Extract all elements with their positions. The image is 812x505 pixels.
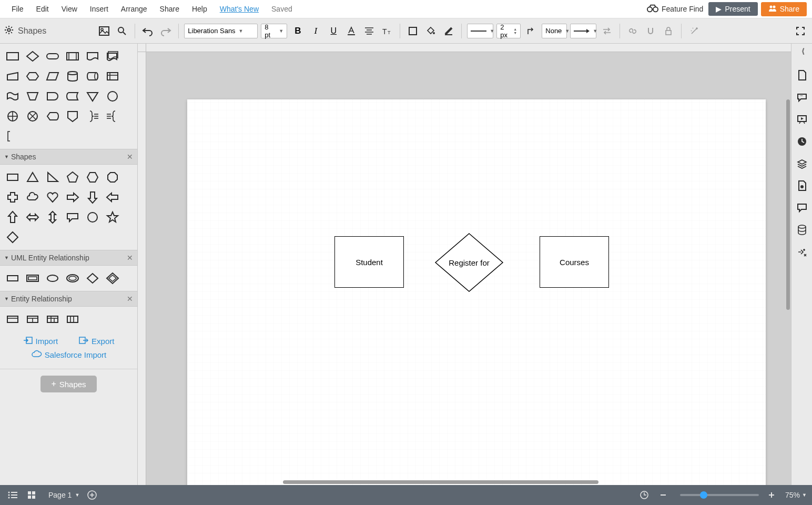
shapes-panel-toggle[interactable]: Shapes [4,25,46,37]
history-icon[interactable] [796,135,808,148]
shape-cloud[interactable] [25,190,40,205]
page-paper[interactable]: Student Register for Courses [187,99,766,485]
more-shapes-button[interactable]: + Shapes [40,376,96,392]
line-color-button[interactable] [441,24,456,38]
shape-er-relationship[interactable] [85,271,100,286]
presentation-icon[interactable] [796,113,808,126]
shape-er-entity[interactable] [5,271,20,286]
layers-icon[interactable] [796,157,808,170]
fullscreen-button[interactable] [793,24,808,38]
actions-icon[interactable] [796,246,808,258]
fill-color-button[interactable] [423,24,438,38]
close-icon[interactable]: ✕ [127,295,133,303]
close-icon[interactable]: ✕ [127,254,133,262]
menu-whats-new[interactable]: What's New [214,2,265,16]
shape-arrow-left[interactable] [105,190,120,205]
chat-icon[interactable] [796,201,808,214]
shape-er-multi-attribute[interactable] [65,271,80,286]
menu-insert[interactable]: Insert [84,2,115,16]
line-style-select[interactable]: ▼ [467,24,493,38]
shape-decision[interactable] [25,49,40,64]
shape-er-weak-relationship[interactable] [105,271,120,286]
shape-circle[interactable] [85,210,100,225]
shape-arrow-up[interactable] [5,210,20,225]
add-page-button[interactable] [85,488,99,502]
lock-button[interactable] [661,24,676,38]
export-link[interactable]: Export [79,336,114,346]
shape-cross[interactable] [5,190,20,205]
shape-er-table-2[interactable] [25,312,40,327]
shape-er-table-1[interactable] [5,312,20,327]
page-settings-icon[interactable] [796,69,808,82]
shape-multidoc[interactable] [105,49,120,64]
link-button[interactable] [625,24,640,38]
shape-sum[interactable] [25,109,40,124]
shape-er-attribute[interactable] [45,271,60,286]
shape-offpage[interactable] [65,109,80,124]
shape-er-table-3[interactable] [45,312,60,327]
list-view-icon[interactable] [5,488,20,502]
sync-status-icon[interactable] [637,488,652,502]
shape-diamond-basic[interactable] [5,230,20,245]
shape-note[interactable] [5,129,20,144]
line-width-select[interactable]: 2 px ▲▼ [496,24,521,38]
caret-down-icon[interactable]: ▼ [802,492,807,498]
zoom-out-button[interactable] [656,488,671,502]
zoom-value[interactable]: 75% [785,491,800,499]
shape-callout[interactable] [65,210,80,225]
grid-view-icon[interactable] [24,488,39,502]
menu-help[interactable]: Help [186,2,214,16]
shape-delay[interactable] [45,89,60,104]
underline-button[interactable]: U [326,24,341,38]
shape-document[interactable] [85,49,100,64]
entity-student[interactable]: Student [334,236,404,288]
align-button[interactable] [362,24,377,38]
border-style-button[interactable] [405,24,420,38]
line-end-select[interactable]: ▼ [570,24,596,38]
shapes-panel-header[interactable]: ▼Shapes ✕ [0,149,137,165]
shape-terminator[interactable] [45,49,60,64]
shape-rectangle[interactable] [5,170,20,185]
menu-share[interactable]: Share [154,2,186,16]
shape-pentagon[interactable] [65,170,80,185]
shape-direct-data[interactable] [85,69,100,84]
italic-button[interactable]: I [308,24,323,38]
shape-internal-storage[interactable] [105,69,120,84]
magic-wand-button[interactable] [687,24,702,38]
feature-find-button[interactable]: Feature Find [647,4,703,14]
shape-database[interactable] [65,69,80,84]
master-pages-icon[interactable] [796,179,808,192]
relationship-register-for[interactable]: Register for [434,233,504,292]
shape-paper-tape[interactable] [5,89,20,104]
shape-octagon[interactable] [105,170,120,185]
insert-image-button[interactable] [97,24,111,38]
magnet-button[interactable] [643,24,658,38]
shape-predefined[interactable] [65,49,80,64]
undo-button[interactable] [140,24,155,38]
menu-file[interactable]: File [5,2,30,16]
close-icon[interactable]: ✕ [127,153,133,161]
collapse-rail-button[interactable]: ⟨⟨ [801,47,803,55]
bold-button[interactable]: B [290,24,305,38]
entity-courses[interactable]: Courses [540,236,609,288]
shape-heart[interactable] [45,190,60,205]
salesforce-import-link[interactable]: Salesforce Import [0,350,137,365]
line-start-select[interactable]: None ▼ [542,24,567,38]
shape-connector[interactable] [105,89,120,104]
ruler-horizontal[interactable] [146,44,791,52]
shape-right-triangle[interactable] [45,170,60,185]
shape-er-weak-entity[interactable] [25,271,40,286]
shape-arrow-right[interactable] [65,190,80,205]
shape-brace-right[interactable] [85,109,100,124]
shape-arrow-down[interactable] [85,190,100,205]
shape-hexagon[interactable] [85,170,100,185]
text-color-button[interactable] [344,24,359,38]
shape-stored-data[interactable] [65,89,80,104]
data-icon[interactable] [796,224,808,236]
swap-ends-button[interactable] [600,24,614,38]
shape-manual-input[interactable] [5,69,20,84]
menu-edit[interactable]: Edit [30,2,55,16]
scrollbar-horizontal[interactable] [283,480,598,484]
shape-display[interactable] [45,109,60,124]
er-panel-header[interactable]: ▼Entity Relationship ✕ [0,291,137,307]
